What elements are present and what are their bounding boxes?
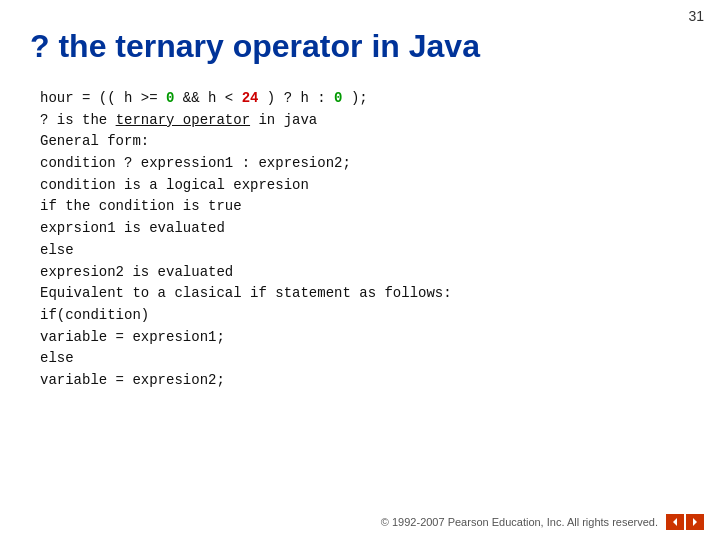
code-line-9: expresion2 is evaluated — [40, 262, 690, 284]
code-line-14: variable = expresion2; — [40, 370, 690, 392]
content-area: hour = (( h >= 0 && h < 24 ) ? h : 0 ); … — [40, 88, 690, 392]
code-line-10: Equivalent to a clasical if statement as… — [40, 283, 690, 305]
svg-marker-1 — [693, 518, 697, 526]
code-line-7: exprsion1 is evaluated — [40, 218, 690, 240]
highlight-zero2: 0 — [334, 90, 342, 106]
next-icon — [690, 517, 700, 527]
code-line-3: General form: — [40, 131, 690, 153]
code-line-5: condition is a logical expresion — [40, 175, 690, 197]
code-line-6: if the condition is true — [40, 196, 690, 218]
code-text: hour = (( h >= — [40, 90, 166, 106]
next-button[interactable] — [686, 514, 704, 530]
code-post: in java — [250, 112, 317, 128]
code-line-4: condition ? expression1 : expresion2; — [40, 153, 690, 175]
prev-icon — [670, 517, 680, 527]
svg-marker-0 — [673, 518, 677, 526]
highlight-num: 24 — [242, 90, 259, 106]
slide-title: ? the ternary operator in Java — [30, 28, 480, 65]
code-text-post: ) ? h : — [258, 90, 334, 106]
code-line-8: else — [40, 240, 690, 262]
code-pre: ? is the — [40, 112, 116, 128]
code-text-end: ); — [343, 90, 368, 106]
code-line-11: if(condition) — [40, 305, 690, 327]
code-line-12: variable = expresion1; — [40, 327, 690, 349]
code-line-1: hour = (( h >= 0 && h < 24 ) ? h : 0 ); — [40, 88, 690, 110]
prev-button[interactable] — [666, 514, 684, 530]
ternary-operator-text: ternary operator — [116, 112, 250, 128]
code-line-2: ? is the ternary operator in java — [40, 110, 690, 132]
nav-buttons[interactable] — [666, 514, 704, 530]
footer-text: © 1992-2007 Pearson Education, Inc. All … — [381, 516, 658, 528]
code-text-mid: && h < — [174, 90, 241, 106]
footer: © 1992-2007 Pearson Education, Inc. All … — [381, 514, 704, 530]
code-line-13: else — [40, 348, 690, 370]
slide-number: 31 — [688, 8, 704, 24]
